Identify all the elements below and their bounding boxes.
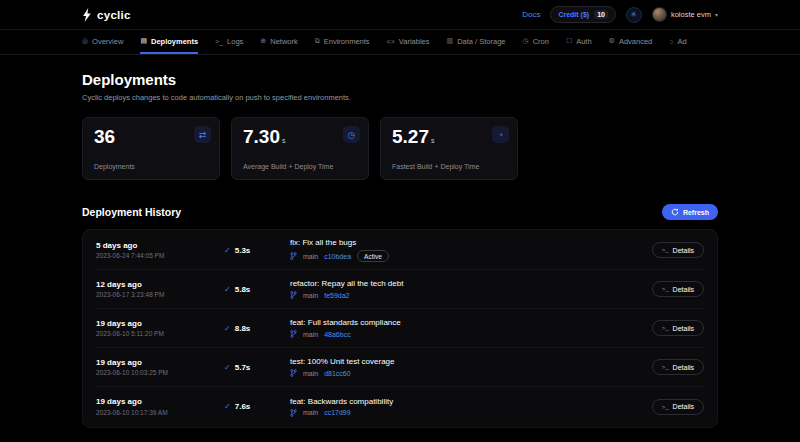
deploy-icon: ⇄ (199, 130, 207, 140)
tab-icon: ○ (669, 38, 673, 45)
tab-label: Variables (399, 37, 430, 46)
tab-label: Overview (92, 37, 123, 46)
history-title: Deployment History (82, 206, 181, 218)
deploy-timestamp: 2023-06-10 10:17:39 AM (96, 409, 224, 416)
commit-hash-link[interactable]: d81cc60 (324, 370, 350, 377)
gauge-icon: ◔ (498, 130, 503, 140)
check-icon: ✓ (224, 324, 231, 333)
commit-hash-link[interactable]: c10bdea (324, 253, 351, 260)
terminal-icon: >_ (662, 404, 669, 410)
docs-link[interactable]: Docs (522, 10, 540, 19)
terminal-icon: >_ (662, 286, 669, 292)
commit-hash-link[interactable]: cc17d99 (324, 409, 350, 416)
check-icon: ✓ (224, 402, 231, 411)
deploy-timestamp: 2023-06-10 10:03:25 PM (96, 369, 224, 376)
tab-icon: >_ (215, 38, 223, 45)
deploy-duration: 8.8s (235, 324, 251, 333)
tab-label: Network (270, 37, 298, 46)
tab-ad[interactable]: ○ Ad (669, 30, 686, 54)
tab-label: Auth (576, 37, 591, 46)
user-menu[interactable]: koloste evm ▾ (652, 7, 718, 22)
credit-label: Credit ($) (558, 11, 589, 18)
commit-message: fix: Fix all the bugs (290, 238, 652, 247)
deploy-age: 12 days ago (96, 280, 224, 289)
commit-message: test: 100% Unit test coverage (290, 357, 652, 366)
branch-icon (290, 409, 297, 417)
cyclic-logo[interactable]: cyclic (82, 8, 131, 22)
details-button[interactable]: >_ Details (652, 320, 704, 336)
stat-unit: s (282, 137, 286, 144)
deploy-duration: 5.8s (235, 285, 251, 294)
credit-button[interactable]: Credit ($) 10 (550, 6, 616, 23)
deploy-age: 19 days ago (96, 397, 224, 406)
tab-network[interactable]: ⊕ Network (260, 30, 297, 54)
details-button[interactable]: >_ Details (652, 281, 704, 297)
refresh-button[interactable]: Refresh (662, 204, 718, 220)
clock-icon: ◷ (348, 130, 356, 140)
brand-name: cyclic (97, 9, 131, 21)
tab-icon: ▤ (140, 37, 147, 45)
tab-logs[interactable]: >_ Logs (215, 30, 243, 54)
details-button[interactable]: >_ Details (652, 242, 704, 258)
deploy-age: 19 days ago (96, 319, 224, 328)
deploy-timestamp: 2023-06-17 3:23:48 PM (96, 291, 224, 298)
stat-card: 5.27s Fastest Build + Deploy Time ◔ (380, 117, 518, 180)
tab-environments[interactable]: ⧉ Environments (315, 30, 370, 54)
deploy-timestamp: 2023-06-10 5:11:20 PM (96, 330, 224, 337)
tab-advanced[interactable]: ⚙ Advanced (609, 30, 653, 54)
check-icon: ✓ (224, 363, 231, 372)
deploy-duration: 5.3s (235, 246, 251, 255)
tab-overview[interactable]: ◎ Overview (82, 30, 123, 54)
check-icon: ✓ (224, 246, 231, 255)
tab-auth[interactable]: ☐ Auth (566, 30, 592, 54)
commit-message: feat: Full standards compliance (290, 318, 652, 327)
tab-cron[interactable]: ◷ Cron (523, 30, 549, 54)
refresh-label: Refresh (683, 209, 709, 216)
tab-variables[interactable]: <> Variables (387, 30, 430, 54)
stat-card: 7.30s Average Build + Deploy Time ◷ (231, 117, 369, 180)
deployment-row: 12 days ago 2023-06-17 3:23:48 PM ✓ 5.8s… (96, 270, 704, 309)
deploy-timestamp: 2023-06-24 7:44:05 PM (96, 252, 224, 259)
commit-message: feat: Backwards compatibility (290, 397, 652, 406)
tab-label: Advanced (619, 37, 652, 46)
tab-icon: ▥ (447, 37, 454, 45)
deploy-age: 19 days ago (96, 358, 224, 367)
active-badge: Active (357, 250, 389, 262)
stat-label: Average Build + Deploy Time (243, 163, 333, 170)
stat-label: Fastest Build + Deploy Time (392, 163, 479, 170)
stat-card: 36 Deployments ⇄ (82, 117, 220, 180)
refresh-icon (671, 208, 679, 216)
stat-value: 5.27 (392, 126, 429, 147)
details-button[interactable]: >_ Details (652, 359, 704, 375)
deploy-duration: 5.7s (235, 363, 251, 372)
tab-icon: ⧉ (315, 37, 320, 45)
tab-label: Cron (533, 37, 549, 46)
commit-message: refactor: Repay all the tech debt (290, 279, 652, 288)
terminal-icon: >_ (662, 364, 669, 370)
tab-data-storage[interactable]: ▥ Data / Storage (447, 30, 506, 54)
tab-icon: ☐ (566, 37, 572, 45)
branch-name: main (303, 409, 318, 416)
tab-icon: <> (387, 38, 395, 45)
history-header: Deployment History Refresh (82, 204, 718, 220)
page-title: Deployments (82, 71, 718, 88)
spark-icon-button[interactable]: ✳ (626, 7, 642, 23)
clock-icon-box: ◷ (343, 126, 360, 143)
avatar (652, 7, 667, 22)
details-button[interactable]: >_ Details (652, 399, 704, 415)
check-icon: ✓ (224, 285, 231, 294)
tab-icon: ◷ (523, 37, 529, 45)
page-subtitle: Cyclic deploys changes to code automatic… (82, 93, 718, 102)
commit-hash-link[interactable]: 48a6bcc (324, 331, 350, 338)
app-tab-bar: ◎ Overview ▤ Deployments >_ Logs ⊕ Netwo… (0, 30, 800, 55)
branch-icon (290, 369, 297, 377)
stat-value: 36 (94, 126, 115, 147)
tab-icon: ⊕ (260, 37, 266, 45)
deployment-row: 19 days ago 2023-06-10 5:11:20 PM ✓ 8.8s… (96, 309, 704, 348)
commit-hash-link[interactable]: fe59da2 (324, 292, 349, 299)
top-bar: cyclic Docs Credit ($) 10 ✳ koloste evm … (0, 0, 800, 30)
tab-deployments[interactable]: ▤ Deployments (140, 30, 198, 54)
stats-row: 36 Deployments ⇄ 7.30s Average Build + D… (82, 117, 718, 180)
branch-icon (290, 291, 297, 299)
branch-name: main (303, 292, 318, 299)
